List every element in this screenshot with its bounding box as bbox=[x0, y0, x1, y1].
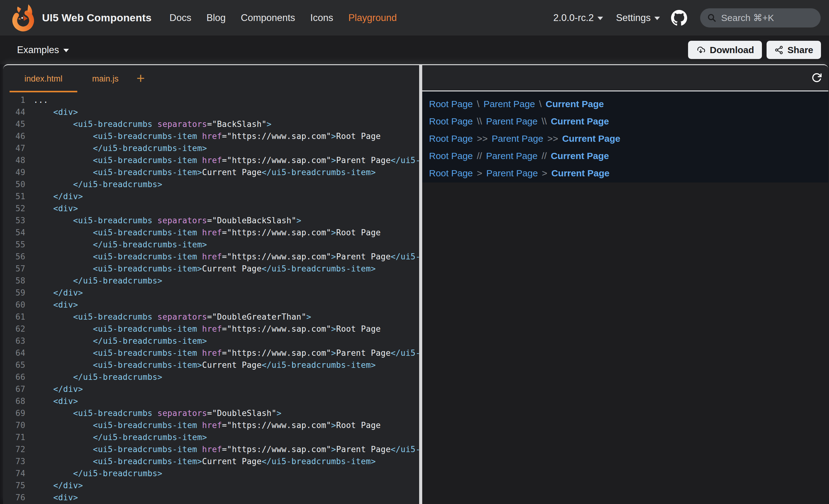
nav-link-playground[interactable]: Playground bbox=[348, 12, 397, 24]
breadcrumb-current: Current Page bbox=[551, 168, 610, 179]
playground-toolbar: Examples Download Share bbox=[0, 36, 829, 64]
preview-frame: Root Page\Parent Page\Current PageRoot P… bbox=[422, 91, 828, 183]
pane-splitter[interactable] bbox=[419, 65, 422, 504]
search-box[interactable] bbox=[700, 8, 821, 28]
line-number: 58 bbox=[3, 275, 25, 287]
search-input[interactable] bbox=[721, 13, 814, 23]
site-title: UI5 Web Components bbox=[42, 12, 151, 24]
share-label: Share bbox=[788, 45, 813, 55]
line-number: 75 bbox=[3, 479, 25, 492]
code-line: 63 </ui5-breadcrumbs-item> bbox=[3, 335, 419, 347]
nav-link-components[interactable]: Components bbox=[241, 12, 295, 24]
line-number: 69 bbox=[3, 408, 25, 419]
code-line: 66 </ui5-breadcrumbs> bbox=[3, 371, 419, 383]
tab-label: main.js bbox=[92, 74, 119, 84]
settings-dropdown[interactable]: Settings bbox=[616, 12, 660, 24]
breadcrumb-link[interactable]: Parent Page bbox=[483, 99, 535, 109]
line-number: 44 bbox=[3, 106, 25, 118]
breadcrumb-link[interactable]: Parent Page bbox=[486, 168, 538, 179]
breadcrumb-separator: // bbox=[477, 151, 482, 161]
refresh-icon bbox=[811, 72, 822, 83]
examples-dropdown[interactable]: Examples bbox=[17, 44, 69, 55]
refresh-button[interactable] bbox=[810, 71, 823, 85]
nav-link-docs[interactable]: Docs bbox=[169, 12, 191, 24]
breadcrumbs-row: Root Page>>Parent Page>>Current Page bbox=[429, 130, 828, 147]
line-number: 71 bbox=[3, 431, 25, 443]
breadcrumb-link[interactable]: Parent Page bbox=[486, 116, 538, 127]
code-line: 55 </ui5-breadcrumbs-item> bbox=[3, 239, 419, 251]
breadcrumb-separator: > bbox=[477, 168, 482, 179]
breadcrumb-current: Current Page bbox=[546, 99, 604, 109]
version-dropdown[interactable]: 2.0.0-rc.2 bbox=[553, 12, 603, 24]
line-number: 48 bbox=[3, 154, 25, 166]
code-line: 53 <ui5-breadcrumbs separators="DoubleBa… bbox=[3, 215, 419, 227]
code-line: 67 </div> bbox=[3, 383, 419, 395]
breadcrumb-current: Current Page bbox=[562, 133, 620, 144]
breadcrumb-link[interactable]: Root Page bbox=[429, 133, 473, 144]
breadcrumb-separator: >> bbox=[547, 133, 558, 144]
share-button[interactable]: Share bbox=[766, 41, 821, 59]
code-line: 51 </div> bbox=[3, 191, 419, 203]
code-line: 62 <ui5-breadcrumbs-item href="https://w… bbox=[3, 323, 419, 335]
line-number: 51 bbox=[3, 191, 25, 203]
code-line: 71 </ui5-breadcrumbs-item> bbox=[3, 431, 419, 443]
breadcrumb-link[interactable]: Root Page bbox=[429, 151, 473, 161]
line-number: 65 bbox=[3, 359, 25, 371]
code-line: 49 <ui5-breadcrumbs-item>Current Page</u… bbox=[3, 166, 419, 179]
chevron-down-icon bbox=[63, 49, 69, 52]
line-number: 45 bbox=[3, 118, 25, 130]
examples-label: Examples bbox=[17, 44, 59, 55]
code-line: 61 <ui5-breadcrumbs separators="DoubleGr… bbox=[3, 311, 419, 323]
code-line: 69 <ui5-breadcrumbs separators="DoubleSl… bbox=[3, 408, 419, 419]
breadcrumb-link[interactable]: Root Page bbox=[429, 168, 473, 179]
line-number: 52 bbox=[3, 203, 25, 215]
brand[interactable]: UI5 Web Components bbox=[10, 3, 151, 32]
code-line: 73 <ui5-breadcrumbs-item>Current Page</u… bbox=[3, 456, 419, 468]
navbar-right: 2.0.0-rc.2 Settings bbox=[553, 8, 821, 28]
line-number: 74 bbox=[3, 468, 25, 479]
code-line: 54 <ui5-breadcrumbs-item href="https://w… bbox=[3, 227, 419, 239]
line-number: 1 bbox=[3, 94, 25, 106]
download-label: Download bbox=[710, 45, 754, 55]
tab-label: index.html bbox=[25, 74, 63, 84]
code-line: 60 <div> bbox=[3, 299, 419, 311]
chevron-down-icon bbox=[598, 17, 603, 20]
code-area[interactable]: 1...44 <div>45 <ui5-breadcrumbs separato… bbox=[3, 92, 419, 504]
line-number: 64 bbox=[3, 347, 25, 359]
breadcrumbs-row: Root Page>Parent Page>Current Page bbox=[429, 165, 828, 182]
preview-pane: Root Page\Parent Page\Current PageRoot P… bbox=[422, 65, 828, 504]
code-line: 72 <ui5-breadcrumbs-item href="https://w… bbox=[3, 443, 419, 456]
breadcrumb-separator: >> bbox=[477, 133, 488, 144]
line-number: 47 bbox=[3, 142, 25, 154]
code-line: 75 </div> bbox=[3, 479, 419, 492]
code-line: 70 <ui5-breadcrumbs-item href="https://w… bbox=[3, 419, 419, 431]
playground-panel: index.html main.js + 1...44 <div>45 <ui5… bbox=[3, 64, 828, 504]
github-icon[interactable] bbox=[671, 10, 687, 26]
code-line: 50 </ui5-breadcrumbs> bbox=[3, 179, 419, 191]
tab-main-js[interactable]: main.js bbox=[77, 65, 134, 92]
breadcrumb-separator: \ bbox=[477, 99, 479, 109]
line-number: 70 bbox=[3, 419, 25, 431]
breadcrumb-link[interactable]: Parent Page bbox=[486, 151, 538, 161]
line-number: 73 bbox=[3, 456, 25, 468]
code-editor-pane: index.html main.js + 1...44 <div>45 <ui5… bbox=[3, 65, 419, 504]
tab-index-html[interactable]: index.html bbox=[9, 65, 77, 92]
download-button[interactable]: Download bbox=[688, 41, 762, 59]
line-number: 72 bbox=[3, 443, 25, 456]
breadcrumb-current: Current Page bbox=[551, 151, 609, 161]
line-number: 53 bbox=[3, 215, 25, 227]
breadcrumb-link[interactable]: Root Page bbox=[429, 116, 473, 127]
nav-link-blog[interactable]: Blog bbox=[207, 12, 226, 24]
line-number: 67 bbox=[3, 383, 25, 395]
line-number: 57 bbox=[3, 263, 25, 275]
breadcrumb-link[interactable]: Parent Page bbox=[492, 133, 543, 144]
line-number: 61 bbox=[3, 311, 25, 323]
breadcrumbs-demo: Root Page\Parent Page\Current PageRoot P… bbox=[429, 95, 828, 182]
toolbar-actions: Download Share bbox=[688, 41, 821, 59]
add-file-button[interactable]: + bbox=[134, 65, 148, 92]
code-line: 48 <ui5-breadcrumbs-item href="https://w… bbox=[3, 154, 419, 166]
breadcrumbs-row: Root Page\Parent Page\Current Page bbox=[429, 95, 828, 113]
breadcrumb-separator: > bbox=[542, 168, 547, 179]
breadcrumb-link[interactable]: Root Page bbox=[429, 99, 473, 109]
nav-link-icons[interactable]: Icons bbox=[310, 12, 333, 24]
